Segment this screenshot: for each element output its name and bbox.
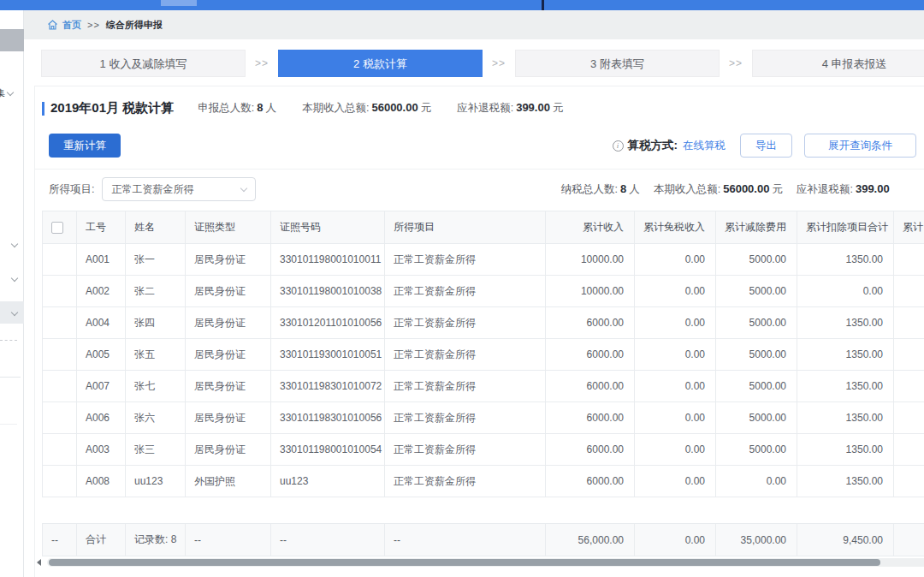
total-cell: 记录数: 8 [126,524,186,556]
total-row-table: --合计记录数: 8------56,000.000.0035,000.009,… [42,523,924,556]
cell: 张五 [126,339,186,371]
export-button[interactable]: 导出 [740,134,792,158]
cell: 1350.00 [797,339,894,371]
cell: 6000.00 [546,466,635,497]
cell: 10000.00 [546,276,635,307]
chevron-down-icon [7,89,14,96]
income-item-select[interactable]: 正常工资薪金所得 [102,177,256,201]
step-tabs: 1 收入及减除填写 >> 2 税款计算 >> 3 附表填写 >> 4 申报表报送 [41,50,924,77]
cell: A002 [77,276,126,307]
cell: 张六 [126,402,186,434]
cell: 正常工资薪金所得 [385,434,546,466]
data-table: 工号姓名证照类型证照号码所得项目累计收入累计免税收入累计减除费用累计扣除项目合计… [42,211,924,497]
cell: 330101201101010056 [271,307,385,339]
step-separator: >> [255,57,269,69]
table-row[interactable]: A002张二居民身份证330101198001010038正常工资薪金所得100… [43,276,924,307]
stat-declared-count: 申报总人数:8人 [198,101,276,116]
cell: 居民身份证 [186,276,271,307]
cell: 张一 [126,244,186,276]
row-select-cell [43,307,77,339]
scrollbar-thumb[interactable] [49,559,880,566]
row-select-cell [43,402,77,434]
cell: 5000.00 [716,276,797,307]
cell [894,466,924,497]
breadcrumb-current-page: 综合所得申报 [106,19,163,32]
cell: 居民身份证 [186,307,271,339]
table-row[interactable]: A005张五居民身份证330101193001010051正常工资薪金所得600… [43,339,924,371]
cell: 0.00 [635,434,716,466]
cell: 5000.00 [716,402,797,434]
table-row[interactable]: A003张三居民身份证330101198001010054正常工资薪金所得600… [43,434,924,466]
cell: 外国护照 [186,466,271,497]
cell: 0.00 [635,371,716,402]
column-header: 姓名 [126,211,186,244]
summary-header: 2019年01月 税款计算 申报总人数:8人 本期收入总额:56000.00元 … [42,100,589,116]
tab-step-3[interactable]: 3 附表填写 [515,50,720,77]
cell: 正常工资薪金所得 [385,402,546,434]
sidebar-header-block [0,29,24,51]
column-header: 累计 [894,211,924,244]
select-all-checkbox[interactable] [51,222,63,234]
expand-query-button[interactable]: 展开查询条件 [804,134,916,158]
total-cell: -- [186,524,271,556]
cell: 5000.00 [716,244,797,276]
breadcrumb: 首页 >> 综合所得申报 [24,10,924,39]
table-row[interactable]: A007张七居民身份证330101198301010072正常工资薪金所得600… [43,371,924,402]
cell [894,276,924,307]
cell: A006 [77,402,126,434]
table-row[interactable]: A001张一居民身份证330101198001010011正常工资薪金所得100… [43,244,924,276]
cell: 0.00 [635,466,716,497]
sidebar: 集 [0,10,24,577]
cell: uu123 [271,466,385,497]
cell: 张二 [126,276,186,307]
cell: A003 [77,434,126,466]
cell: 0.00 [635,402,716,434]
cell: 1350.00 [797,307,894,339]
filter-stats: 纳税总人数:8人 本期收入总额:56000.00元 应补退税额:399.00 [561,177,906,201]
total-cell: 56,000.00 [546,524,635,556]
tab-step-2-active[interactable]: 2 税款计算 [278,50,483,77]
topbar-cursor-tick [542,0,544,10]
sidebar-item-collapsed[interactable]: 集 [0,86,24,99]
sidebar-group-toggle-2[interactable] [0,267,24,289]
sidebar-group-toggle-active[interactable] [0,301,24,324]
cell: 1350.00 [797,244,894,276]
row-select-cell [43,434,77,466]
home-icon[interactable] [47,20,58,30]
column-header: 证照号码 [271,211,385,244]
cell: 正常工资薪金所得 [385,244,546,276]
cell [894,339,924,371]
info-icon: i [613,140,624,152]
table-row[interactable]: A004张四居民身份证330101201101010056正常工资薪金所得600… [43,307,924,339]
total-row: --合计记录数: 8------56,000.000.0035,000.009,… [43,524,924,556]
column-header: 所得项目 [385,211,546,244]
table-row[interactable]: A008uu123外国护照uu123正常工资薪金所得6000.000.000.0… [43,466,924,497]
step-separator: >> [729,57,743,69]
table-row[interactable]: A006张六居民身份证330101198301010056正常工资薪金所得600… [43,402,924,434]
income-item-selected-value: 正常工资薪金所得 [111,182,193,197]
cell: 6000.00 [546,307,635,339]
filter-row: 所得项目: 正常工资薪金所得 [49,177,256,201]
cell: 330101198001010011 [271,244,385,276]
cell: A005 [77,339,126,371]
sidebar-group-toggle-1[interactable] [0,233,24,255]
cell [894,402,924,434]
tax-mode-value[interactable]: 在线算税 [683,139,726,153]
cell: 330101198301010056 [271,402,385,434]
cell: 5000.00 [716,434,797,466]
scroll-left-arrow-icon[interactable] [37,559,41,566]
total-cell: -- [385,524,546,556]
tab-step-4[interactable]: 4 申报表报送 [752,50,924,77]
cell: 居民身份证 [186,434,271,466]
total-cell: -- [43,524,77,556]
recalculate-button[interactable]: 重新计算 [49,134,121,158]
breadcrumb-home-link[interactable]: 首页 [62,19,81,32]
toolbar-right: i 算税方式: 在线算税 导出 展开查询条件 [613,134,917,158]
tab-step-1[interactable]: 1 收入及减除填写 [41,50,246,77]
content-card: 2019年01月 税款计算 申报总人数:8人 本期收入总额:56000.00元 … [34,86,924,577]
cell [894,434,924,466]
column-header: 累计减除费用 [716,211,797,244]
cell: 正常工资薪金所得 [385,466,546,497]
row-select-cell [43,244,77,276]
cell: A004 [77,307,126,339]
